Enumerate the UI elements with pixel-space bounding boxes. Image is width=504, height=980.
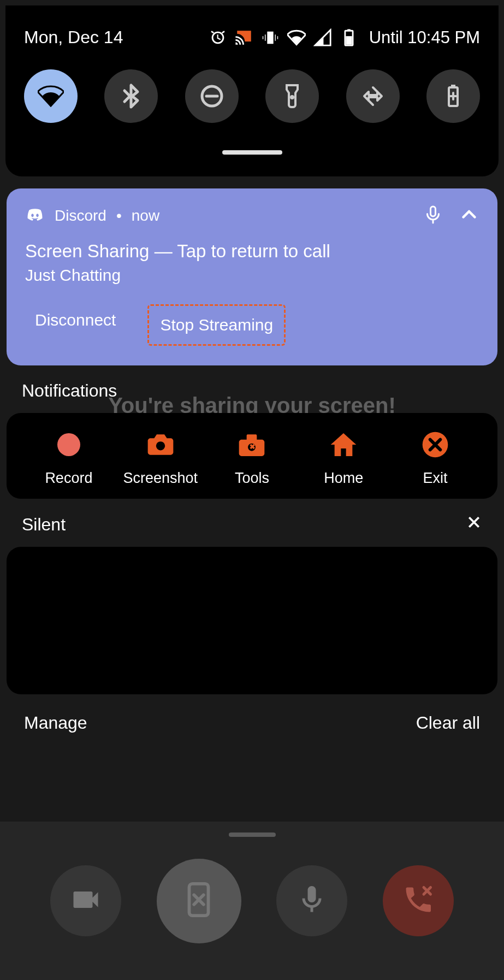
discord-notification[interactable]: Discord • now Screen Sharing — Tap to re… [7,188,497,365]
svg-rect-9 [431,206,436,216]
quick-settings-panel: Mon, Dec 14 [5,5,499,176]
silent-notification-card[interactable] [7,547,497,694]
battery-icon [340,28,358,47]
notification-app-name: Discord [55,207,106,225]
qs-tile-dnd[interactable] [185,69,239,123]
qs-tile-autorotate[interactable] [346,69,400,123]
exit-label: Exit [423,470,448,487]
shade-drag-handle[interactable] [222,150,282,155]
svg-rect-8 [452,85,455,87]
toolbox-icon [235,428,268,461]
discord-icon [25,206,45,226]
status-date: Mon, Dec 14 [24,27,123,48]
notification-subtitle: Just Chatting [25,266,479,285]
quick-settings-tiles [22,64,482,123]
notification-shade: Mon, Dec 14 [0,0,504,980]
microphone-icon[interactable] [423,205,443,227]
record-icon [52,428,85,461]
record-label: Record [45,470,92,487]
disconnect-button[interactable]: Disconnect [25,304,126,346]
tool-tools[interactable]: Tools [206,428,298,487]
recorder-toolbar[interactable]: Record Screenshot Tools [7,413,497,499]
manage-button[interactable]: Manage [24,713,87,733]
qs-tile-wifi[interactable] [24,69,78,123]
chevron-up-icon[interactable] [459,205,479,227]
notification-title: Screen Sharing — Tap to return to call [25,241,479,262]
dismiss-silent-button[interactable] [466,514,482,535]
svg-point-11 [156,441,165,450]
svg-point-10 [57,433,80,456]
close-circle-icon [419,428,452,461]
home-label: Home [324,470,363,487]
notifications-label: Notifications [22,381,117,401]
status-icons: Until 10:45 PM [209,28,480,48]
signal-icon [313,28,332,47]
svg-rect-3 [346,36,352,45]
shade-footer: Manage Clear all [24,713,480,733]
alarm-icon [209,28,227,47]
status-until: Until 10:45 PM [369,28,480,48]
qs-tile-flashlight[interactable] [265,69,319,123]
notification-time: now [132,207,159,225]
vibrate-icon [261,28,280,47]
qs-tile-bluetooth[interactable] [104,69,158,123]
cast-icon [235,28,253,47]
tools-label: Tools [235,470,269,487]
stop-streaming-button[interactable]: Stop Streaming [147,304,286,346]
qs-tile-battery-saver[interactable] [426,69,480,123]
tool-home[interactable]: Home [298,428,389,487]
status-bar: Mon, Dec 14 [22,22,482,64]
wifi-icon [287,28,306,47]
section-notifications: Notifications [22,381,482,401]
camera-icon [144,428,177,461]
svg-point-6 [290,96,294,99]
screenshot-label: Screenshot [123,470,198,487]
tool-exit[interactable]: Exit [389,428,481,487]
home-icon [327,428,360,461]
silent-label: Silent [22,515,66,535]
tool-record[interactable]: Record [23,428,115,487]
clear-all-button[interactable]: Clear all [416,713,480,733]
tool-screenshot[interactable]: Screenshot [115,428,206,487]
section-silent: Silent [22,514,482,535]
svg-rect-2 [347,29,351,31]
